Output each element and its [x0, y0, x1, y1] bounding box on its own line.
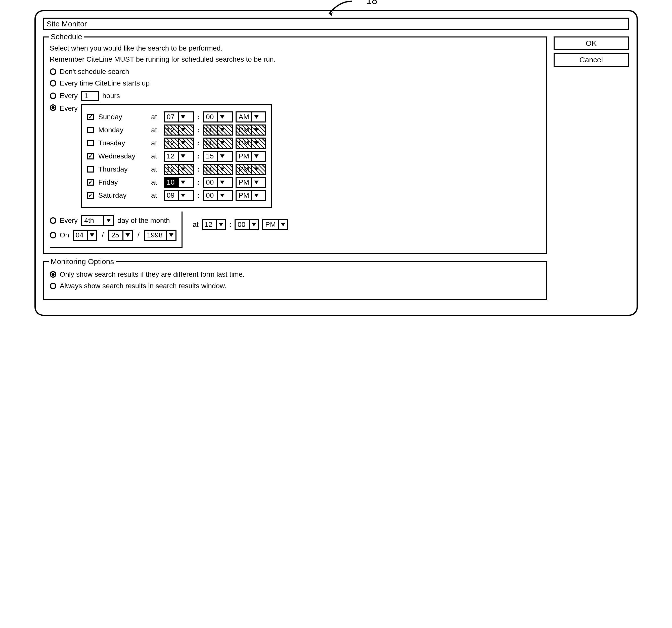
chevron-down-icon[interactable]	[249, 220, 258, 229]
day-min-combo[interactable]: 00	[203, 124, 233, 136]
chevron-down-icon[interactable]	[216, 220, 225, 229]
time-colon: :	[196, 165, 200, 173]
chevron-down-icon[interactable]	[251, 125, 261, 135]
time-colon: :	[196, 113, 200, 121]
day-hour-combo[interactable]: 09	[164, 190, 194, 201]
at-label: at	[193, 220, 198, 229]
schedule-intro-1: Select when you would like the search to…	[50, 44, 541, 53]
time-min-combo[interactable]: 00	[235, 219, 259, 230]
time-ampm-combo[interactable]: PM	[262, 219, 288, 230]
chevron-down-icon[interactable]	[217, 152, 226, 161]
time-colon: :	[196, 152, 200, 160]
chevron-down-icon[interactable]	[87, 231, 96, 240]
day-ampm-combo[interactable]: PM	[236, 124, 266, 136]
chevron-down-icon[interactable]	[178, 178, 187, 187]
day-min-combo[interactable]: 15	[203, 150, 233, 162]
day-hour-combo[interactable]: 07	[164, 111, 194, 122]
chevron-down-icon[interactable]	[178, 191, 187, 200]
day-checkbox[interactable]: ✓	[87, 114, 94, 120]
time-colon: :	[196, 126, 200, 134]
day-checkbox[interactable]: ✓	[87, 153, 94, 160]
day-hour-combo[interactable]: 12	[164, 138, 194, 149]
radio-on-startup-label: Every time CiteLine starts up	[60, 79, 150, 87]
every-month-suffix: day of the month	[117, 216, 170, 225]
chevron-down-icon[interactable]	[178, 139, 187, 148]
radio-only-if-different[interactable]	[50, 271, 56, 278]
radio-always-show[interactable]	[50, 283, 56, 289]
radio-only-if-different-label: Only show search results if they are dif…	[60, 270, 245, 278]
chevron-down-icon[interactable]	[251, 178, 261, 187]
chevron-down-icon[interactable]	[251, 165, 261, 174]
day-row: ✓Saturdayat09:00PM	[87, 190, 266, 201]
schedule-intro-2: Remember CiteLine MUST be running for sc…	[50, 54, 541, 64]
day-min-combo[interactable]: 00	[203, 138, 233, 149]
hours-input[interactable]: 1	[81, 91, 99, 101]
day-hour-combo[interactable]: 10	[164, 177, 194, 188]
day-hour-combo[interactable]: 12	[164, 164, 194, 175]
day-checkbox[interactable]: ✓	[87, 192, 94, 199]
chevron-down-icon[interactable]	[178, 125, 187, 135]
day-row: Tuesdayat12:00PM	[87, 138, 266, 149]
chevron-down-icon[interactable]	[278, 220, 287, 229]
day-hour-combo[interactable]: 12	[164, 150, 194, 162]
day-ampm-combo[interactable]: AM	[236, 111, 266, 122]
day-ampm-combo[interactable]: PM	[236, 164, 266, 175]
radio-dont-schedule[interactable]	[50, 68, 56, 75]
day-checkbox[interactable]	[87, 127, 94, 133]
chevron-down-icon[interactable]	[251, 152, 261, 161]
time-colon: :	[196, 191, 200, 200]
day-ampm-combo[interactable]: PM	[236, 150, 266, 162]
schedule-legend: Schedule	[49, 32, 84, 41]
every-hours-suffix: hours	[102, 92, 120, 100]
day-min-combo[interactable]: 00	[203, 190, 233, 201]
radio-every-hours[interactable]	[50, 93, 56, 99]
dialog-window: Site Monitor Schedule Select when you wo…	[34, 10, 638, 316]
chevron-down-icon[interactable]	[217, 178, 226, 187]
time-hour-combo[interactable]: 12	[201, 219, 226, 230]
chevron-down-icon[interactable]	[251, 191, 261, 200]
day-checkbox[interactable]: ✓	[87, 179, 94, 186]
radio-on-date[interactable]	[50, 232, 56, 238]
ok-button[interactable]: OK	[554, 37, 629, 50]
day-min-combo[interactable]: 00	[203, 111, 233, 122]
chevron-down-icon[interactable]	[178, 152, 187, 161]
radio-always-show-label: Always show search results in search res…	[60, 282, 226, 290]
chevron-down-icon[interactable]	[122, 231, 132, 240]
at-label: at	[151, 139, 161, 147]
radio-on-startup[interactable]	[50, 80, 56, 87]
date-day-combo[interactable]: 25	[109, 230, 133, 241]
day-hour-combo[interactable]: 12	[164, 124, 194, 136]
date-year-combo[interactable]: 1998	[144, 230, 176, 241]
chevron-down-icon[interactable]	[251, 112, 261, 121]
chevron-down-icon[interactable]	[217, 191, 226, 200]
day-row: Mondayat12:00PM	[87, 124, 266, 136]
day-ampm-combo[interactable]: PM	[236, 190, 266, 201]
time-colon: :	[196, 139, 200, 147]
chevron-down-icon[interactable]	[217, 165, 226, 174]
monitoring-options-group: Monitoring Options Only show search resu…	[43, 261, 547, 300]
chevron-down-icon[interactable]	[103, 216, 113, 225]
chevron-down-icon[interactable]	[251, 139, 261, 148]
day-ampm-combo[interactable]: PM	[236, 138, 266, 149]
cancel-button[interactable]: Cancel	[554, 53, 629, 67]
chevron-down-icon[interactable]	[178, 112, 187, 121]
date-month-combo[interactable]: 04	[73, 230, 97, 241]
day-ampm-combo[interactable]: PM	[236, 177, 266, 188]
day-row: ✓Sundayat07:00AM	[87, 111, 266, 122]
chevron-down-icon[interactable]	[166, 231, 175, 240]
chevron-down-icon[interactable]	[217, 125, 226, 135]
day-min-combo[interactable]: 00	[203, 177, 233, 188]
chevron-down-icon[interactable]	[178, 165, 187, 174]
day-checkbox[interactable]	[87, 166, 94, 172]
chevron-down-icon[interactable]	[217, 139, 226, 148]
month-day-ordinal-combo[interactable]: 4th	[81, 215, 114, 226]
radio-every-month[interactable]	[50, 217, 56, 224]
window-title: Site Monitor	[43, 18, 629, 30]
chevron-down-icon[interactable]	[217, 112, 226, 121]
radio-dont-schedule-label: Don't schedule search	[60, 68, 129, 76]
day-checkbox[interactable]	[87, 140, 94, 146]
day-name: Friday	[98, 178, 149, 186]
day-name: Saturday	[98, 191, 149, 200]
day-min-combo[interactable]: 00	[203, 164, 233, 175]
radio-every-week[interactable]	[50, 104, 56, 111]
